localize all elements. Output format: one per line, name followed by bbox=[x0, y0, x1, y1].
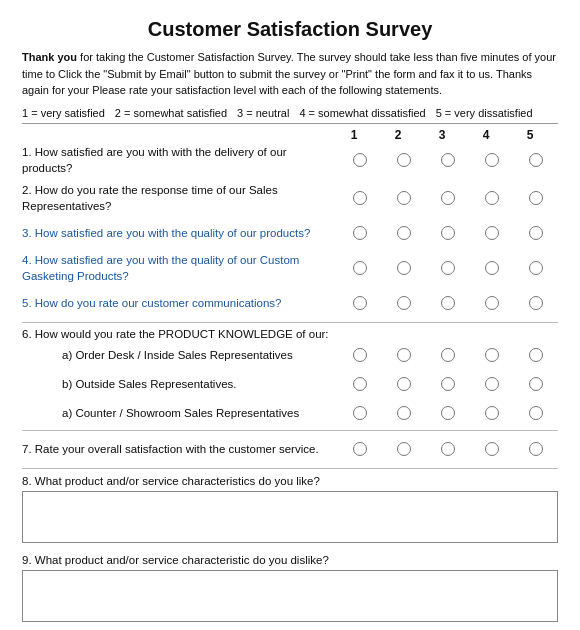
divider-2 bbox=[22, 322, 558, 323]
col-header-5: 5 bbox=[512, 128, 548, 142]
q8-answer[interactable] bbox=[22, 491, 558, 543]
sub-question-row-6b: b) Outside Sales Representatives. bbox=[22, 372, 558, 396]
sub-question-text-6b: b) Outside Sales Representatives. bbox=[22, 378, 338, 390]
radio-3-5[interactable] bbox=[518, 226, 554, 240]
radio-6a1-1[interactable] bbox=[342, 348, 378, 362]
question-row-5: 5. How do you rate our customer communic… bbox=[22, 290, 558, 316]
radio-2-5[interactable] bbox=[518, 191, 554, 205]
col-header-4: 4 bbox=[468, 128, 504, 142]
radio-1-4[interactable] bbox=[474, 153, 510, 167]
radio-6b-5[interactable] bbox=[518, 377, 554, 391]
radio-2-1[interactable] bbox=[342, 191, 378, 205]
radio-4-4[interactable] bbox=[474, 261, 510, 275]
radio-group-6a1 bbox=[338, 348, 558, 362]
question-row-4: 4. How satisfied are you with the qualit… bbox=[22, 252, 558, 284]
radio-1-2[interactable] bbox=[386, 153, 422, 167]
divider-1 bbox=[22, 123, 558, 124]
radio-3-3[interactable] bbox=[430, 226, 466, 240]
divider-3 bbox=[22, 430, 558, 431]
radio-group-1 bbox=[338, 153, 558, 167]
radio-4-1[interactable] bbox=[342, 261, 378, 275]
radio-4-2[interactable] bbox=[386, 261, 422, 275]
col-header-1: 1 bbox=[336, 128, 372, 142]
sub-question-text-6a2: a) Counter / Showroom Sales Representati… bbox=[22, 407, 338, 419]
radio-group-5 bbox=[338, 296, 558, 310]
intro-text: Thank you for taking the Customer Satisf… bbox=[22, 49, 558, 99]
radio-7-2[interactable] bbox=[386, 442, 422, 456]
radio-5-3[interactable] bbox=[430, 296, 466, 310]
radio-4-3[interactable] bbox=[430, 261, 466, 275]
question-text-7: 7. Rate your overall satisfaction with t… bbox=[22, 441, 338, 457]
sub-question-row-6a2: a) Counter / Showroom Sales Representati… bbox=[22, 401, 558, 425]
radio-3-4[interactable] bbox=[474, 226, 510, 240]
question-text-2: 2. How do you rate the response time of … bbox=[22, 182, 338, 214]
sub-question-text-6a1: a) Order Desk / Inside Sales Representat… bbox=[22, 349, 338, 361]
radio-6a1-4[interactable] bbox=[474, 348, 510, 362]
page-title: Customer Satisfaction Survey bbox=[22, 18, 558, 41]
radio-1-1[interactable] bbox=[342, 153, 378, 167]
question-row-2: 2. How do you rate the response time of … bbox=[22, 182, 558, 214]
radio-5-1[interactable] bbox=[342, 296, 378, 310]
radio-6b-2[interactable] bbox=[386, 377, 422, 391]
col-header-3: 3 bbox=[424, 128, 460, 142]
radio-5-4[interactable] bbox=[474, 296, 510, 310]
radio-6b-1[interactable] bbox=[342, 377, 378, 391]
question-row-7: 7. Rate your overall satisfaction with t… bbox=[22, 436, 558, 462]
radio-3-2[interactable] bbox=[386, 226, 422, 240]
sub-question-row-6a1: a) Order Desk / Inside Sales Representat… bbox=[22, 343, 558, 367]
radio-6a1-5[interactable] bbox=[518, 348, 554, 362]
question-row-3: 3. How satisfied are you with the qualit… bbox=[22, 220, 558, 246]
radio-6a1-3[interactable] bbox=[430, 348, 466, 362]
radio-group-6b bbox=[338, 377, 558, 391]
question-text-5: 5. How do you rate our customer communic… bbox=[22, 295, 338, 311]
radio-6a2-4[interactable] bbox=[474, 406, 510, 420]
radio-2-4[interactable] bbox=[474, 191, 510, 205]
radio-6a1-2[interactable] bbox=[386, 348, 422, 362]
radio-group-7 bbox=[338, 442, 558, 456]
radio-6a2-3[interactable] bbox=[430, 406, 466, 420]
q9-answer[interactable] bbox=[22, 570, 558, 622]
radio-group-3 bbox=[338, 226, 558, 240]
radio-3-1[interactable] bbox=[342, 226, 378, 240]
radio-6a2-5[interactable] bbox=[518, 406, 554, 420]
question-row-1: 1. How satisfied are you with with the d… bbox=[22, 144, 558, 176]
radio-1-3[interactable] bbox=[430, 153, 466, 167]
scale-2: 2 = somewhat satisfied bbox=[115, 107, 227, 119]
scale-5: 5 = very dissatisfied bbox=[436, 107, 533, 119]
q6-header: 6. How would you rate the PRODUCT KNOWLE… bbox=[22, 328, 558, 340]
q8-label: 8. What product and/or service character… bbox=[22, 475, 558, 487]
scale-4: 4 = somewhat dissatisfied bbox=[299, 107, 425, 119]
radio-2-3[interactable] bbox=[430, 191, 466, 205]
radio-6b-3[interactable] bbox=[430, 377, 466, 391]
radio-1-5[interactable] bbox=[518, 153, 554, 167]
radio-group-6a2 bbox=[338, 406, 558, 420]
radio-7-3[interactable] bbox=[430, 442, 466, 456]
col-header-2: 2 bbox=[380, 128, 416, 142]
q9-label: 9. What product and/or service character… bbox=[22, 554, 558, 566]
scale-1: 1 = very satisfied bbox=[22, 107, 105, 119]
radio-2-2[interactable] bbox=[386, 191, 422, 205]
question-text-1: 1. How satisfied are you with with the d… bbox=[22, 144, 338, 176]
radio-6b-4[interactable] bbox=[474, 377, 510, 391]
radio-7-5[interactable] bbox=[518, 442, 554, 456]
radio-5-2[interactable] bbox=[386, 296, 422, 310]
scale-3: 3 = neutral bbox=[237, 107, 289, 119]
rating-header: 1 2 3 4 5 bbox=[22, 128, 558, 142]
divider-4 bbox=[22, 468, 558, 469]
radio-7-4[interactable] bbox=[474, 442, 510, 456]
radio-group-2 bbox=[338, 191, 558, 205]
radio-7-1[interactable] bbox=[342, 442, 378, 456]
radio-group-4 bbox=[338, 261, 558, 275]
radio-6a2-1[interactable] bbox=[342, 406, 378, 420]
question-text-3: 3. How satisfied are you with the qualit… bbox=[22, 225, 338, 241]
scale-legend: 1 = very satisfied 2 = somewhat satisfie… bbox=[22, 107, 558, 119]
radio-5-5[interactable] bbox=[518, 296, 554, 310]
intro-body: for taking the Customer Satisfaction Sur… bbox=[22, 51, 556, 96]
intro-bold: Thank you bbox=[22, 51, 77, 63]
radio-6a2-2[interactable] bbox=[386, 406, 422, 420]
question-text-4: 4. How satisfied are you with the qualit… bbox=[22, 252, 338, 284]
radio-4-5[interactable] bbox=[518, 261, 554, 275]
